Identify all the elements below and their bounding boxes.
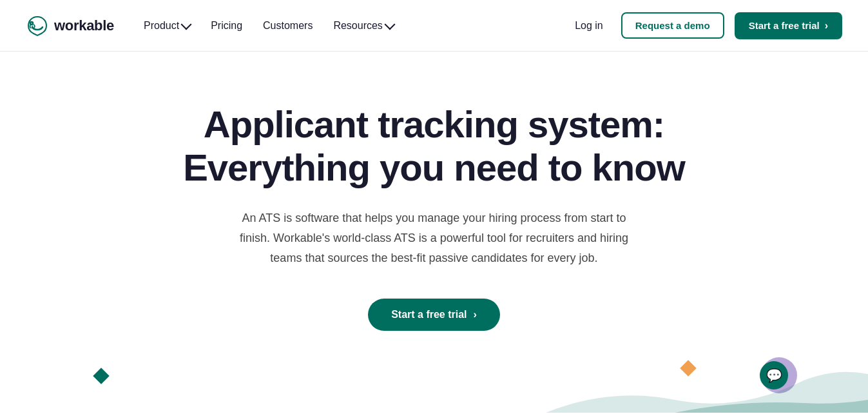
nav-item-product[interactable]: Product [135,15,199,37]
logo-text: workable [54,17,114,34]
start-trial-nav-button[interactable]: Start a free trial › [735,12,842,39]
start-trial-hero-button[interactable]: Start a free trial › [368,299,500,331]
main-nav: ω workable Product Pricing Customers Res… [0,0,868,52]
nav-item-customers[interactable]: Customers [254,15,322,37]
svg-text:ω: ω [29,21,35,30]
arrow-icon: › [474,309,477,320]
nav-item-pricing[interactable]: Pricing [202,15,251,37]
hero-title: Applicant tracking system: Everything yo… [183,103,685,189]
login-button[interactable]: Log in [567,15,611,37]
chat-bubble-button[interactable]: 💬 [760,361,788,389]
hero-section: Applicant tracking system: Everything yo… [0,52,868,413]
chevron-down-icon [181,19,192,30]
chevron-down-icon [384,19,395,30]
green-diamond-decoration [93,368,109,384]
bottom-wave-decoration [546,368,868,413]
nav-actions: Log in Request a demo Start a free trial… [567,12,842,39]
request-demo-button[interactable]: Request a demo [621,12,724,39]
logo-link[interactable]: ω workable [26,14,114,37]
chat-icon: 💬 [766,368,782,383]
nav-links: Product Pricing Customers Resources [135,15,567,37]
arrow-icon: › [825,20,828,32]
nav-item-resources[interactable]: Resources [324,15,402,37]
hero-subtitle: An ATS is software that helps you manage… [235,208,634,268]
